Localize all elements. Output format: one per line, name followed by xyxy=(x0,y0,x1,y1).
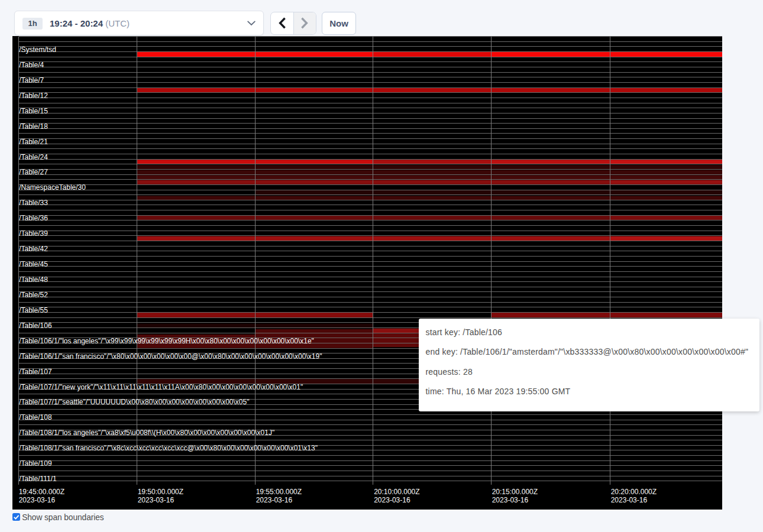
svg-text:/Table/106/1/"los angeles"/"\x: /Table/106/1/"los angeles"/"\x99\x99\x99… xyxy=(19,336,314,345)
svg-text:19:50:00.000Z: 19:50:00.000Z xyxy=(138,488,183,496)
svg-text:/Table/109: /Table/109 xyxy=(19,459,52,468)
svg-text:20:10:00.000Z: 20:10:00.000Z xyxy=(374,488,419,496)
svg-text:/NamespaceTable/30: /NamespaceTable/30 xyxy=(19,183,86,192)
svg-text:2023-03-16: 2023-03-16 xyxy=(138,496,174,504)
svg-text:/Table/107/1/"seattle"/"UUUUUU: /Table/107/1/"seattle"/"UUUUUUD\x00\x80\… xyxy=(19,398,249,406)
svg-text:/Table/18: /Table/18 xyxy=(19,122,48,130)
svg-text:/Table/55: /Table/55 xyxy=(19,306,48,314)
svg-text:/Table/108: /Table/108 xyxy=(19,413,52,421)
svg-text:/Table/48: /Table/48 xyxy=(19,275,48,284)
svg-text:/Table/7: /Table/7 xyxy=(19,76,44,85)
svg-text:/Table/108/1/"san francisco"/": /Table/108/1/"san francisco"/"\x8c\xcc\x… xyxy=(19,444,318,452)
svg-text:20:15:00.000Z: 20:15:00.000Z xyxy=(492,488,538,496)
svg-text:/Table/36: /Table/36 xyxy=(19,214,48,222)
svg-text:/Table/45: /Table/45 xyxy=(19,260,48,268)
svg-text:/Table/15: /Table/15 xyxy=(19,106,48,115)
svg-text:/Table/39: /Table/39 xyxy=(19,229,48,238)
svg-text:/Table/4: /Table/4 xyxy=(19,61,44,69)
svg-text:2023-03-16: 2023-03-16 xyxy=(19,496,56,504)
svg-text:/Table/27: /Table/27 xyxy=(19,168,48,176)
svg-text:/Table/111/1: /Table/111/1 xyxy=(19,475,57,483)
svg-text:20:20:00.000Z: 20:20:00.000Z xyxy=(611,488,657,496)
svg-text:/Table/33: /Table/33 xyxy=(19,199,48,207)
svg-text:/Table/106: /Table/106 xyxy=(19,322,52,330)
svg-text:/System/tsd: /System/tsd xyxy=(19,46,56,54)
svg-text:2023-03-16: 2023-03-16 xyxy=(611,496,648,504)
svg-text:/Table/107: /Table/107 xyxy=(19,367,52,375)
svg-text:2023-03-16: 2023-03-16 xyxy=(374,496,410,504)
svg-text:/Table/21: /Table/21 xyxy=(19,137,48,145)
svg-text:/Table/107/1/"new york"/"\x11\: /Table/107/1/"new york"/"\x11\x11\x11\x1… xyxy=(19,382,303,391)
svg-text:19:55:00.000Z: 19:55:00.000Z xyxy=(256,488,302,496)
svg-text:/Table/12: /Table/12 xyxy=(19,91,48,99)
svg-text:/Table/42: /Table/42 xyxy=(19,245,48,253)
svg-text:/Table/24: /Table/24 xyxy=(19,153,48,161)
svg-text:/Table/108/1/"los angeles"/"\x: /Table/108/1/"los angeles"/"\xa8\xf5\u00… xyxy=(19,429,274,437)
svg-text:/Table/106/1/"san francisco"/": /Table/106/1/"san francisco"/"\x80\x00\x… xyxy=(19,352,322,360)
svg-text:19:45:00.000Z: 19:45:00.000Z xyxy=(19,488,64,496)
svg-text:/Table/52: /Table/52 xyxy=(19,291,48,299)
svg-text:2023-03-16: 2023-03-16 xyxy=(492,496,529,504)
svg-text:2023-03-16: 2023-03-16 xyxy=(256,496,293,504)
